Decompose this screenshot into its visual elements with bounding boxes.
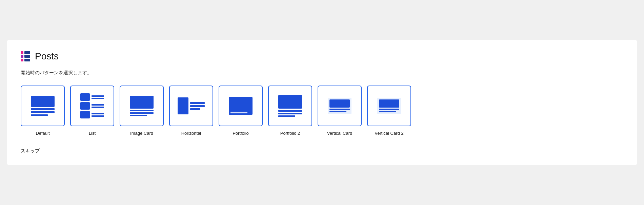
- card-box-vertical-card[interactable]: [318, 86, 362, 126]
- pattern-card-vertical-card2[interactable]: Vertical Card 2: [367, 86, 411, 136]
- portfolio2-icon: [278, 95, 302, 117]
- pattern-card-portfolio2[interactable]: Portfolio 2: [268, 86, 312, 136]
- pattern-card-list[interactable]: List: [70, 86, 114, 136]
- pattern-label-portfolio: Portfolio: [233, 130, 249, 136]
- card-box-portfolio2[interactable]: [268, 86, 312, 126]
- header: Posts: [21, 51, 623, 62]
- portfolio-icon: [229, 97, 253, 115]
- skip-link[interactable]: スキップ: [21, 148, 40, 153]
- pattern-label-vertical-card2: Vertical Card 2: [375, 130, 403, 136]
- pattern-card-portfolio[interactable]: Portfolio: [219, 86, 263, 136]
- card-box-portfolio[interactable]: [219, 86, 263, 126]
- card-box-list[interactable]: [70, 86, 114, 126]
- pattern-label-default: Default: [36, 130, 49, 136]
- pattern-card-default[interactable]: Default: [21, 86, 65, 136]
- pattern-label-image-card: Image Card: [130, 130, 153, 136]
- horizontal-icon: [178, 97, 205, 114]
- card-box-image-card[interactable]: [120, 86, 164, 126]
- vertical-card-icon: [328, 98, 351, 114]
- pattern-card-image-card[interactable]: Image Card: [120, 86, 164, 136]
- card-box-horizontal[interactable]: [169, 86, 213, 126]
- card-box-vertical-card2[interactable]: [367, 86, 411, 126]
- page-container: Posts 開始時のパターンを選択します。 Default: [7, 40, 637, 165]
- page-title: Posts: [35, 51, 59, 62]
- pattern-label-list: List: [89, 130, 96, 136]
- pattern-cards-row: Default: [21, 86, 623, 136]
- posts-icon: [21, 51, 30, 61]
- pattern-card-horizontal[interactable]: Horizontal: [169, 86, 213, 136]
- pattern-label-horizontal: Horizontal: [181, 130, 201, 136]
- pattern-label-portfolio2: Portfolio 2: [280, 130, 300, 136]
- list-icon: [80, 93, 104, 118]
- pattern-label-vertical-card: Vertical Card: [327, 130, 352, 136]
- default-icon: [31, 96, 55, 116]
- pattern-card-vertical-card[interactable]: Vertical Card: [318, 86, 362, 136]
- subtitle: 開始時のパターンを選択します。: [21, 70, 623, 76]
- vertical-card2-icon: [377, 98, 401, 114]
- image-card-icon: [130, 96, 154, 116]
- card-box-default[interactable]: [21, 86, 65, 126]
